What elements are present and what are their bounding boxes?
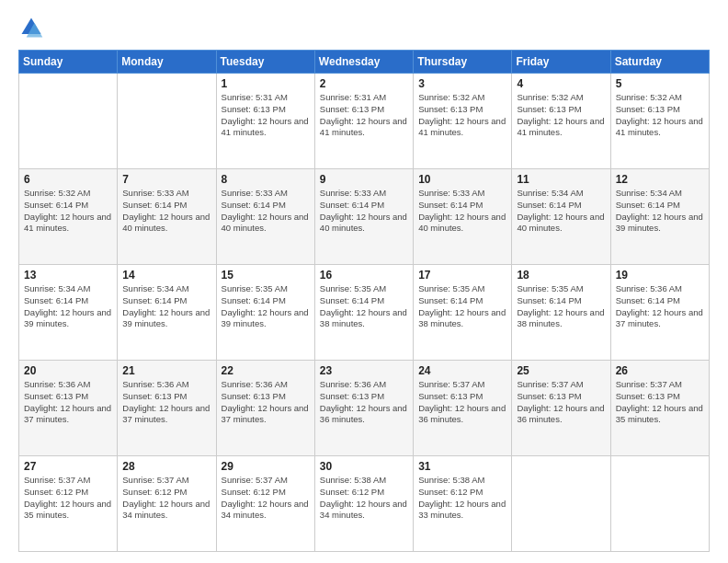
day-info: Sunrise: 5:32 AM Sunset: 6:13 PM Dayligh… <box>616 92 704 139</box>
day-info: Sunrise: 5:32 AM Sunset: 6:14 PM Dayligh… <box>24 188 112 235</box>
day-number: 6 <box>24 173 112 186</box>
calendar-day-cell: 9Sunrise: 5:33 AM Sunset: 6:14 PM Daylig… <box>314 169 413 265</box>
calendar-day-cell <box>118 74 216 169</box>
day-info: Sunrise: 5:37 AM Sunset: 6:13 PM Dayligh… <box>418 379 506 426</box>
day-number: 11 <box>517 173 605 186</box>
day-number: 10 <box>418 173 506 186</box>
calendar-day-cell: 7Sunrise: 5:33 AM Sunset: 6:14 PM Daylig… <box>118 169 216 265</box>
calendar-day-cell: 23Sunrise: 5:36 AM Sunset: 6:13 PM Dayli… <box>314 361 413 456</box>
day-info: Sunrise: 5:33 AM Sunset: 6:14 PM Dayligh… <box>418 188 506 235</box>
day-number: 5 <box>616 77 704 90</box>
calendar-header-row: SundayMondayTuesdayWednesdayThursdayFrid… <box>19 51 710 74</box>
day-info: Sunrise: 5:34 AM Sunset: 6:14 PM Dayligh… <box>616 188 704 235</box>
day-number: 12 <box>616 173 704 186</box>
calendar-day-cell: 1Sunrise: 5:31 AM Sunset: 6:13 PM Daylig… <box>216 74 314 169</box>
day-number: 4 <box>517 77 605 90</box>
day-info: Sunrise: 5:37 AM Sunset: 6:12 PM Dayligh… <box>122 475 210 522</box>
calendar-header-cell: Wednesday <box>314 51 413 74</box>
day-info: Sunrise: 5:35 AM Sunset: 6:14 PM Dayligh… <box>418 283 506 330</box>
calendar-day-cell: 20Sunrise: 5:36 AM Sunset: 6:13 PM Dayli… <box>19 361 118 456</box>
day-number: 23 <box>320 364 408 377</box>
calendar-day-cell: 10Sunrise: 5:33 AM Sunset: 6:14 PM Dayli… <box>414 169 512 265</box>
calendar-day-cell <box>610 456 709 552</box>
calendar-header-cell: Friday <box>512 51 610 74</box>
day-number: 2 <box>320 77 408 90</box>
day-info: Sunrise: 5:32 AM Sunset: 6:13 PM Dayligh… <box>517 92 605 139</box>
calendar-week-row: 13Sunrise: 5:34 AM Sunset: 6:14 PM Dayli… <box>19 265 710 361</box>
calendar-day-cell: 3Sunrise: 5:32 AM Sunset: 6:13 PM Daylig… <box>414 74 512 169</box>
day-number: 21 <box>122 364 210 377</box>
calendar-week-row: 6Sunrise: 5:32 AM Sunset: 6:14 PM Daylig… <box>19 169 710 265</box>
calendar-day-cell: 24Sunrise: 5:37 AM Sunset: 6:13 PM Dayli… <box>414 361 512 456</box>
day-info: Sunrise: 5:37 AM Sunset: 6:13 PM Dayligh… <box>517 379 605 426</box>
day-number: 27 <box>24 460 112 473</box>
day-number: 1 <box>222 77 310 90</box>
day-info: Sunrise: 5:36 AM Sunset: 6:13 PM Dayligh… <box>222 379 310 426</box>
day-info: Sunrise: 5:36 AM Sunset: 6:13 PM Dayligh… <box>320 379 408 426</box>
day-number: 17 <box>418 269 506 282</box>
day-number: 30 <box>320 460 408 473</box>
calendar-day-cell: 14Sunrise: 5:34 AM Sunset: 6:14 PM Dayli… <box>118 265 216 361</box>
day-number: 29 <box>222 460 310 473</box>
calendar-day-cell: 13Sunrise: 5:34 AM Sunset: 6:14 PM Dayli… <box>19 265 118 361</box>
day-info: Sunrise: 5:33 AM Sunset: 6:14 PM Dayligh… <box>222 188 310 235</box>
calendar-day-cell: 16Sunrise: 5:35 AM Sunset: 6:14 PM Dayli… <box>314 265 413 361</box>
day-number: 26 <box>616 364 704 377</box>
calendar-day-cell: 26Sunrise: 5:37 AM Sunset: 6:13 PM Dayli… <box>610 361 709 456</box>
day-info: Sunrise: 5:34 AM Sunset: 6:14 PM Dayligh… <box>24 283 112 330</box>
day-number: 24 <box>418 364 506 377</box>
day-info: Sunrise: 5:34 AM Sunset: 6:14 PM Dayligh… <box>122 283 210 330</box>
day-info: Sunrise: 5:32 AM Sunset: 6:13 PM Dayligh… <box>418 92 506 139</box>
day-info: Sunrise: 5:37 AM Sunset: 6:12 PM Dayligh… <box>222 475 310 522</box>
calendar-header-cell: Sunday <box>19 51 118 74</box>
calendar-day-cell: 11Sunrise: 5:34 AM Sunset: 6:14 PM Dayli… <box>512 169 610 265</box>
day-number: 19 <box>616 269 704 282</box>
day-number: 7 <box>122 173 210 186</box>
calendar-header-cell: Saturday <box>610 51 709 74</box>
day-info: Sunrise: 5:35 AM Sunset: 6:14 PM Dayligh… <box>517 283 605 330</box>
calendar-week-row: 1Sunrise: 5:31 AM Sunset: 6:13 PM Daylig… <box>19 74 710 169</box>
calendar-day-cell: 21Sunrise: 5:36 AM Sunset: 6:13 PM Dayli… <box>118 361 216 456</box>
calendar-day-cell: 15Sunrise: 5:35 AM Sunset: 6:14 PM Dayli… <box>216 265 314 361</box>
calendar-day-cell: 31Sunrise: 5:38 AM Sunset: 6:12 PM Dayli… <box>414 456 512 552</box>
day-info: Sunrise: 5:36 AM Sunset: 6:13 PM Dayligh… <box>122 379 210 426</box>
calendar-day-cell: 28Sunrise: 5:37 AM Sunset: 6:12 PM Dayli… <box>118 456 216 552</box>
day-info: Sunrise: 5:31 AM Sunset: 6:13 PM Dayligh… <box>320 92 408 139</box>
day-number: 25 <box>517 364 605 377</box>
calendar-body: 1Sunrise: 5:31 AM Sunset: 6:13 PM Daylig… <box>19 74 710 552</box>
calendar-header-cell: Tuesday <box>216 51 314 74</box>
day-info: Sunrise: 5:37 AM Sunset: 6:12 PM Dayligh… <box>24 475 112 522</box>
calendar-day-cell <box>512 456 610 552</box>
day-info: Sunrise: 5:35 AM Sunset: 6:14 PM Dayligh… <box>320 283 408 330</box>
day-number: 16 <box>320 269 408 282</box>
calendar-day-cell: 18Sunrise: 5:35 AM Sunset: 6:14 PM Dayli… <box>512 265 610 361</box>
day-number: 20 <box>24 364 112 377</box>
day-info: Sunrise: 5:38 AM Sunset: 6:12 PM Dayligh… <box>418 475 506 522</box>
calendar-header: SundayMondayTuesdayWednesdayThursdayFrid… <box>19 51 710 74</box>
calendar-day-cell: 2Sunrise: 5:31 AM Sunset: 6:13 PM Daylig… <box>314 74 413 169</box>
calendar-day-cell: 5Sunrise: 5:32 AM Sunset: 6:13 PM Daylig… <box>610 74 709 169</box>
day-number: 3 <box>418 77 506 90</box>
day-number: 28 <box>122 460 210 473</box>
calendar-table: SundayMondayTuesdayWednesdayThursdayFrid… <box>18 50 710 552</box>
calendar-day-cell: 30Sunrise: 5:38 AM Sunset: 6:12 PM Dayli… <box>314 456 413 552</box>
day-info: Sunrise: 5:33 AM Sunset: 6:14 PM Dayligh… <box>122 188 210 235</box>
day-info: Sunrise: 5:33 AM Sunset: 6:14 PM Dayligh… <box>320 188 408 235</box>
calendar-week-row: 27Sunrise: 5:37 AM Sunset: 6:12 PM Dayli… <box>19 456 710 552</box>
day-info: Sunrise: 5:37 AM Sunset: 6:13 PM Dayligh… <box>616 379 704 426</box>
day-number: 22 <box>222 364 310 377</box>
day-number: 9 <box>320 173 408 186</box>
day-info: Sunrise: 5:34 AM Sunset: 6:14 PM Dayligh… <box>517 188 605 235</box>
logo-icon <box>18 15 44 40</box>
calendar-day-cell: 29Sunrise: 5:37 AM Sunset: 6:12 PM Dayli… <box>216 456 314 552</box>
day-info: Sunrise: 5:36 AM Sunset: 6:13 PM Dayligh… <box>24 379 112 426</box>
logo <box>18 15 48 40</box>
calendar-header-cell: Thursday <box>414 51 512 74</box>
calendar-day-cell: 27Sunrise: 5:37 AM Sunset: 6:12 PM Dayli… <box>19 456 118 552</box>
header <box>18 15 710 40</box>
day-info: Sunrise: 5:36 AM Sunset: 6:14 PM Dayligh… <box>616 283 704 330</box>
day-info: Sunrise: 5:35 AM Sunset: 6:14 PM Dayligh… <box>222 283 310 330</box>
day-info: Sunrise: 5:31 AM Sunset: 6:13 PM Dayligh… <box>222 92 310 139</box>
calendar-header-cell: Monday <box>118 51 216 74</box>
calendar-day-cell: 17Sunrise: 5:35 AM Sunset: 6:14 PM Dayli… <box>414 265 512 361</box>
